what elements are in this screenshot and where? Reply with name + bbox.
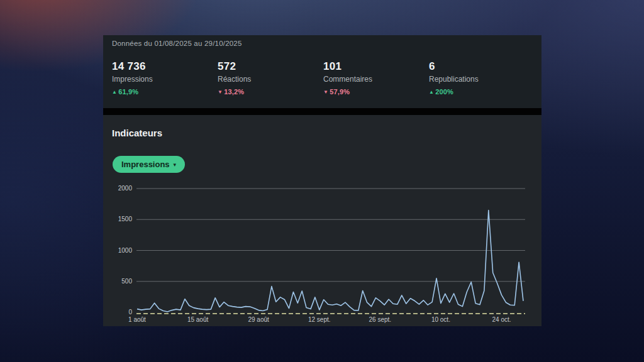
trend-down-icon: ▼ [323,89,328,95]
x-axis-tick-label: 15 août [187,316,208,323]
stat-value: 572 [218,60,323,73]
stat-reposts: 6 Republications ▲200% [429,60,535,96]
trend-up-icon: ▲ [112,89,117,95]
y-axis-tick-label: 1000 [103,246,132,255]
chevron-down-icon: ▾ [174,162,177,168]
chart-plot-area [136,184,525,319]
metric-selector-button[interactable]: Impressions ▾ [113,156,185,173]
metric-selector-label: Impressions [121,160,170,169]
y-axis-tick-label: 0 [103,308,132,317]
stat-label: Republications [429,75,535,84]
stat-delta: ▲200% [429,88,535,96]
stat-value: 14 736 [112,60,218,73]
y-axis-tick-label: 500 [103,277,132,286]
stat-reactions: 572 Réactions ▼13,2% [218,60,323,96]
stat-delta: ▼57,9% [323,88,429,96]
stat-delta: ▼13,2% [218,88,323,96]
impressions-chart: 05001000150020001 août15 août29 août12 s… [103,184,541,326]
y-axis-tick-label: 2000 [103,184,132,193]
stats-row: 14 736 Impressions ▲61,9% 572 Réactions … [112,60,535,96]
summary-section: Données du 01/08/2025 au 29/10/2025 14 7… [103,35,541,108]
stat-delta: ▲61,9% [112,88,218,96]
stat-value: 6 [429,60,535,73]
stat-comments: 101 Commentaires ▼57,9% [323,60,429,96]
x-axis-tick-label: 26 sept. [369,316,392,323]
stat-label: Réactions [218,75,323,84]
stat-value: 101 [323,60,429,73]
trend-down-icon: ▼ [218,89,223,95]
stat-label: Commentaires [323,75,429,84]
x-axis-tick-label: 29 août [248,316,269,323]
stat-label: Impressions [112,75,218,84]
x-axis-tick-label: 12 sept. [308,316,331,323]
trend-up-icon: ▲ [429,89,434,95]
section-divider [103,108,541,115]
x-axis-tick-label: 1 août [128,316,146,323]
impressions-line [137,211,523,312]
indicators-section: Indicateurs Impressions ▾ 05001000150020… [103,115,541,326]
section-title: Indicateurs [112,128,162,138]
stat-impressions: 14 736 Impressions ▲61,9% [112,60,218,96]
y-axis-tick-label: 1500 [103,215,132,224]
x-axis-tick-label: 10 oct. [431,316,450,323]
analytics-panel: Données du 01/08/2025 au 29/10/2025 14 7… [103,35,541,326]
date-range-label: Données du 01/08/2025 au 29/10/2025 [112,40,242,47]
x-axis-tick-label: 24 oct. [492,316,511,323]
